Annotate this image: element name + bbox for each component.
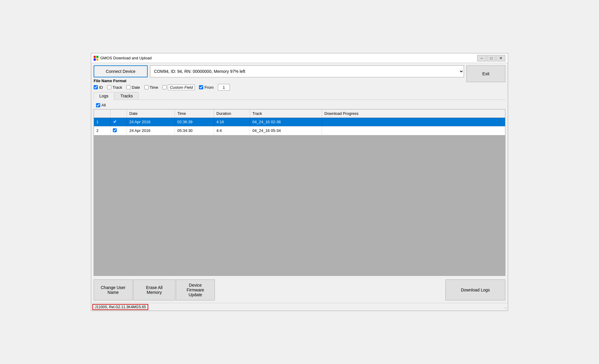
checkbox-track-input[interactable]: [107, 85, 111, 89]
status-right: ...: [504, 305, 507, 309]
table-row[interactable]: 2 24 Apr 2016 05:34:30 4:4 04_24_16 05-3…: [94, 127, 505, 135]
checkbox-time[interactable]: Time: [144, 85, 158, 90]
cell-id: 2: [94, 127, 110, 135]
tab-tracks[interactable]: Tracks: [115, 92, 138, 100]
checkbox-date-label: Date: [132, 85, 140, 90]
file-format-checkboxes: ID Track Date Time: [94, 84, 464, 91]
checkbox-id-label: ID: [99, 85, 103, 90]
device-select[interactable]: COM94, ID: 94, RN: 00000000, Memory 97% …: [150, 65, 464, 77]
checkbox-custom-field-label: Custom Field: [168, 85, 195, 90]
checkbox-custom-field[interactable]: Custom Field: [162, 85, 195, 90]
checkbox-time-input[interactable]: [144, 85, 149, 89]
cell-progress: [322, 118, 505, 126]
checkbox-from[interactable]: From: [199, 85, 213, 90]
title-bar-left: GMOS Download and Upload: [94, 56, 152, 61]
maximize-button[interactable]: □: [487, 55, 496, 61]
status-text: J1100S, Rel.G2.11.3K4MGS.65: [92, 304, 148, 310]
col-header-duration: Duration: [214, 109, 250, 118]
checkbox-track[interactable]: Track: [107, 85, 122, 90]
file-name-format-section: File Name Format ID Track Date: [94, 79, 464, 91]
file-format-label: File Name Format: [94, 79, 464, 83]
checkbox-from-label: From: [204, 85, 213, 90]
bottom-buttons: Change UserName Erase AllMemory DeviceFi…: [94, 277, 505, 300]
col-header-date: Date: [127, 109, 175, 118]
title-controls: – □ ✕: [477, 55, 505, 61]
window-title: GMOS Download and Upload: [100, 56, 152, 60]
col-header-track: Track: [250, 109, 322, 118]
cell-checkbox[interactable]: [110, 127, 127, 135]
checkbox-date[interactable]: Date: [126, 85, 140, 90]
connect-device-button[interactable]: Connect Device: [94, 65, 148, 77]
checkbox-id[interactable]: ID: [94, 85, 103, 90]
cell-track: 04_24_16 02-36: [250, 118, 322, 126]
cell-time: 05:34:30: [175, 127, 214, 135]
data-table: Date Time Duration Track Download Progre…: [94, 109, 505, 276]
col-header-progress: Download Progress: [322, 109, 505, 118]
svg-rect-3: [96, 58, 98, 61]
top-section: Connect Device COM94, ID: 94, RN: 000000…: [94, 65, 505, 91]
status-bar: J1100S, Rel.G2.11.3K4MGS.65 ...: [91, 303, 508, 311]
checkbox-date-input[interactable]: [126, 85, 131, 89]
checkbox-id-input[interactable]: [94, 85, 98, 89]
svg-rect-1: [96, 56, 98, 58]
tab-content: All Date Time Duration Track Download Pr…: [94, 101, 505, 276]
cell-checkbox[interactable]: [110, 118, 127, 126]
change-user-name-button[interactable]: Change UserName: [94, 279, 133, 300]
minimize-button[interactable]: –: [477, 55, 486, 61]
main-window: GMOS Download and Upload – □ ✕ Connect D…: [91, 53, 508, 311]
download-logs-button[interactable]: Download Logs: [445, 279, 505, 300]
close-button[interactable]: ✕: [496, 55, 505, 61]
cell-progress: [322, 127, 505, 135]
col-header-checkbox: [110, 109, 127, 118]
col-header-num: [94, 109, 110, 118]
top-row: Connect Device COM94, ID: 94, RN: 000000…: [94, 65, 464, 77]
cell-time: 02:36:39: [175, 118, 214, 126]
app-icon: [94, 56, 98, 61]
top-left: Connect Device COM94, ID: 94, RN: 000000…: [94, 65, 464, 91]
svg-rect-2: [94, 58, 96, 61]
tab-logs[interactable]: Logs: [94, 92, 114, 100]
cell-track: 04_24_16 05-34: [250, 127, 322, 135]
cell-date: 24 Apr 2016: [127, 127, 175, 135]
checkbox-time-label: Time: [150, 85, 158, 90]
cell-duration: 4:16: [214, 118, 250, 126]
cell-date: 24 Apr 2016: [127, 118, 175, 126]
checkbox-custom-field-input[interactable]: [162, 85, 167, 89]
cell-duration: 4:4: [214, 127, 250, 135]
checkbox-from-input[interactable]: [199, 85, 203, 89]
device-firmware-update-button[interactable]: DeviceFirmwareUpdate: [176, 279, 215, 300]
checkbox-track-label: Track: [113, 85, 122, 90]
row-checkbox[interactable]: [113, 120, 117, 124]
table-body: 1 24 Apr 2016 02:36:39 4:16 04_24_16 02-…: [94, 118, 505, 276]
all-row: All: [94, 101, 505, 109]
table-row[interactable]: 1 24 Apr 2016 02:36:39 4:16 04_24_16 02-…: [94, 118, 505, 127]
title-bar: GMOS Download and Upload – □ ✕: [91, 53, 508, 63]
tab-logs-label: Logs: [99, 94, 108, 98]
checkbox-all-label: All: [101, 103, 106, 107]
from-value-input[interactable]: [218, 84, 230, 91]
row-checkbox[interactable]: [113, 128, 117, 132]
table-header: Date Time Duration Track Download Progre…: [94, 109, 505, 118]
main-content: Connect Device COM94, ID: 94, RN: 000000…: [91, 63, 508, 303]
erase-all-memory-button[interactable]: Erase AllMemory: [133, 279, 175, 300]
tab-tracks-label: Tracks: [120, 94, 133, 98]
checkbox-all[interactable]: All: [96, 103, 106, 107]
tabs-row: Logs Tracks: [94, 92, 505, 100]
cell-id: 1: [94, 118, 110, 126]
col-header-time: Time: [175, 109, 214, 118]
checkbox-all-input[interactable]: [96, 103, 100, 107]
svg-rect-0: [94, 56, 96, 58]
exit-button[interactable]: Exit: [466, 65, 505, 82]
